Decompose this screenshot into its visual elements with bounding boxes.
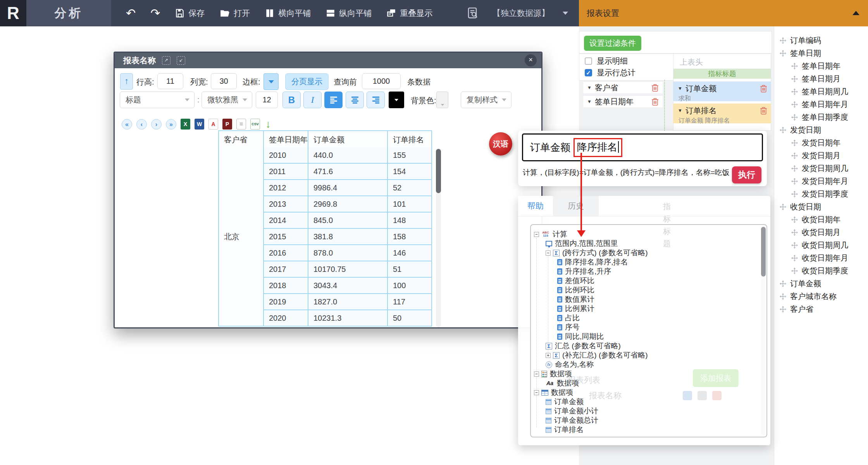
expand-triangle-icon[interactable]: ▼: [587, 85, 592, 90]
report-settings-header[interactable]: 报表设置: [579, 0, 868, 26]
move-handle-icon[interactable]: [791, 268, 798, 274]
close-window-button[interactable]: ×: [525, 54, 537, 66]
field-item[interactable]: 签单日期周几: [774, 85, 868, 98]
field-item[interactable]: 收货日期年月: [774, 252, 868, 264]
expand-triangle-icon[interactable]: ▼: [587, 99, 592, 104]
font-size-input[interactable]: 12: [256, 92, 278, 108]
bold-button[interactable]: B: [282, 92, 301, 108]
tree-node[interactable]: +Σ(补充汇总) (参数名可省略): [531, 351, 766, 360]
page-next-icon[interactable]: ›: [151, 119, 162, 130]
metric-card[interactable]: ▼订单排名订单金额 降序排名: [673, 104, 771, 123]
move-handle-icon[interactable]: [791, 191, 798, 197]
tree-node[interactable]: −Σ(跨行方式) (参数名可省略): [531, 248, 766, 258]
tree-node[interactable]: 订单排名: [531, 425, 766, 434]
tree-expander-icon[interactable]: +: [546, 353, 551, 358]
tree-node[interactable]: −数据项: [531, 388, 766, 397]
brand-logo[interactable]: R: [0, 0, 26, 26]
export-word-icon[interactable]: W: [195, 119, 204, 130]
field-item[interactable]: 发货日期月: [774, 149, 868, 162]
table-cell[interactable]: 2020: [264, 310, 308, 327]
metric-header-bar[interactable]: 指标标题: [673, 69, 771, 79]
font-color-select[interactable]: [389, 92, 404, 108]
tree-expander-icon[interactable]: −: [546, 251, 551, 256]
move-handle-icon[interactable]: [791, 255, 798, 261]
tree-node[interactable]: 数值累计: [531, 295, 766, 304]
formula-input[interactable]: 订单金额降序排名: [522, 133, 763, 161]
field-item[interactable]: 收货日期月: [774, 226, 868, 239]
field-item[interactable]: 客户城市名称: [774, 290, 868, 303]
style-select[interactable]: 标题: [120, 92, 195, 108]
redo-button[interactable]: ↷: [150, 7, 160, 19]
table-cell[interactable]: 2016: [264, 245, 308, 261]
table-cell[interactable]: 2969.8: [308, 196, 388, 213]
table-cell[interactable]: 2017: [264, 261, 308, 278]
print-icon[interactable]: P: [222, 119, 232, 130]
field-item[interactable]: 签单日期: [774, 47, 868, 60]
move-handle-icon[interactable]: [780, 306, 786, 313]
move-handle-icon[interactable]: [791, 88, 798, 95]
tree-node[interactable]: Σ汇总 (参数名可省略): [531, 341, 766, 351]
table-cell[interactable]: 117: [388, 294, 432, 310]
tree-node[interactable]: 订单金额小计: [531, 406, 766, 416]
field-item[interactable]: 签单日期年月: [774, 98, 868, 111]
move-handle-icon[interactable]: [780, 127, 786, 133]
table-header-cell[interactable]: 签单日期年: [264, 131, 308, 149]
field-item[interactable]: 发货日期年: [774, 137, 868, 149]
table-cell[interactable]: 1827.0: [308, 294, 388, 310]
delete-icon[interactable]: [651, 98, 659, 106]
field-item[interactable]: 收货日期季度: [774, 264, 868, 277]
table-cell[interactable]: 148: [388, 213, 432, 229]
table-cell[interactable]: 10170.75: [308, 261, 388, 278]
table-cell[interactable]: 2018: [264, 278, 308, 294]
tree-node[interactable]: 升序排名,升序: [531, 267, 766, 276]
table-cell[interactable]: 10231.3: [308, 310, 388, 327]
tree-node[interactable]: 同比,同期比: [531, 332, 766, 341]
paging-button[interactable]: 分页显示: [285, 73, 329, 90]
delete-icon[interactable]: [760, 107, 767, 115]
tree-node[interactable]: 降序排名,降序,排名: [531, 258, 766, 267]
download-icon[interactable]: ↓: [264, 119, 272, 130]
table-cell[interactable]: 878.0: [308, 245, 388, 261]
table-cell[interactable]: 154: [388, 164, 432, 180]
move-handle-icon[interactable]: [780, 280, 786, 287]
table-cell[interactable]: 440.0: [308, 147, 388, 164]
page-last-icon[interactable]: »: [166, 119, 176, 130]
table-cell[interactable]: 2010: [264, 147, 308, 164]
datasource-select[interactable]: 【独立数据源】: [493, 8, 549, 19]
cascade-button[interactable]: 重叠显示: [386, 8, 432, 19]
field-item[interactable]: 发货日期年月: [774, 175, 868, 188]
field-item[interactable]: 收货日期: [774, 201, 868, 213]
table-cell[interactable]: 2012: [264, 180, 308, 196]
row-height-input[interactable]: 11: [157, 73, 183, 89]
copy-style-select[interactable]: 复制样式: [461, 92, 512, 108]
row-field-item[interactable]: ▼签单日期年: [583, 95, 663, 108]
border-select[interactable]: [264, 73, 279, 90]
table-cell[interactable]: 2019: [264, 294, 308, 310]
table-cell[interactable]: 9986.4: [308, 180, 388, 196]
table-cell[interactable]: 155: [388, 147, 432, 164]
table-cell[interactable]: 2011: [264, 164, 308, 180]
table-cell[interactable]: 381.8: [308, 229, 388, 245]
italic-button[interactable]: I: [303, 92, 322, 108]
tree-scrollbar[interactable]: [761, 226, 766, 436]
query-count-input[interactable]: 1000: [362, 73, 401, 89]
table-cell[interactable]: 101: [388, 196, 432, 213]
field-item[interactable]: 订单金额: [774, 277, 868, 290]
table-cell[interactable]: 158: [388, 229, 432, 245]
move-handle-icon[interactable]: [791, 63, 798, 69]
move-handle-icon[interactable]: [791, 178, 798, 185]
move-handle-icon[interactable]: [791, 114, 798, 121]
table-cell[interactable]: 2014: [264, 213, 308, 229]
page-prev-icon[interactable]: ‹: [136, 119, 147, 130]
datasource-caret-icon[interactable]: [563, 12, 568, 15]
tree-node[interactable]: −ABC123计算: [531, 230, 766, 239]
row-field-item[interactable]: ▼客户省: [583, 81, 663, 94]
export-text-icon[interactable]: ≡: [236, 119, 246, 130]
tree-node[interactable]: fx命名为,名称: [531, 360, 766, 369]
move-handle-icon[interactable]: [791, 152, 798, 159]
tree-expander-icon[interactable]: −: [534, 232, 539, 237]
font-select[interactable]: 微软雅黑: [202, 92, 252, 108]
table-header-cell[interactable]: 客户省: [219, 131, 264, 149]
move-handle-icon[interactable]: [791, 76, 798, 82]
undo-button[interactable]: ↶: [126, 7, 136, 19]
